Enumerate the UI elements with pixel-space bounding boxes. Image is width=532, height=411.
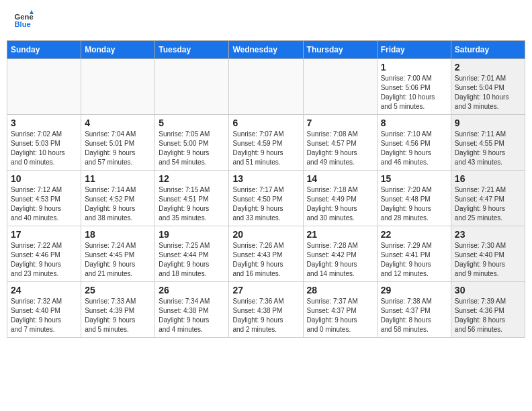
svg-text:Blue: Blue xyxy=(15,20,31,28)
weekday-header-cell: Monday xyxy=(81,41,155,59)
calendar-cell xyxy=(7,59,81,115)
calendar-body: 1Sunrise: 7:00 AM Sunset: 5:06 PM Daylig… xyxy=(7,59,525,338)
day-info: Sunrise: 7:14 AM Sunset: 4:52 PM Dayligh… xyxy=(85,185,151,223)
day-info: Sunrise: 7:10 AM Sunset: 4:56 PM Dayligh… xyxy=(381,130,447,167)
weekday-header-cell: Sunday xyxy=(7,41,81,59)
calendar-cell: 22Sunrise: 7:29 AM Sunset: 4:41 PM Dayli… xyxy=(377,226,451,282)
calendar-cell: 30Sunrise: 7:39 AM Sunset: 4:36 PM Dayli… xyxy=(451,282,525,338)
calendar-cell: 29Sunrise: 7:38 AM Sunset: 4:37 PM Dayli… xyxy=(377,282,451,338)
calendar-cell: 25Sunrise: 7:33 AM Sunset: 4:39 PM Dayli… xyxy=(81,282,155,338)
day-info: Sunrise: 7:21 AM Sunset: 4:47 PM Dayligh… xyxy=(455,185,521,223)
weekday-header-cell: Saturday xyxy=(451,41,525,59)
calendar-cell: 16Sunrise: 7:21 AM Sunset: 4:47 PM Dayli… xyxy=(451,171,525,226)
calendar-cell: 11Sunrise: 7:14 AM Sunset: 4:52 PM Dayli… xyxy=(81,171,155,226)
day-info: Sunrise: 7:39 AM Sunset: 4:36 PM Dayligh… xyxy=(455,297,521,334)
day-number: 30 xyxy=(455,285,521,295)
day-info: Sunrise: 7:07 AM Sunset: 4:59 PM Dayligh… xyxy=(232,130,299,167)
day-number: 9 xyxy=(455,118,521,128)
calendar-week-row: 10Sunrise: 7:12 AM Sunset: 4:53 PM Dayli… xyxy=(7,171,525,226)
day-number: 28 xyxy=(307,285,373,295)
day-number: 24 xyxy=(11,285,77,295)
calendar-cell: 5Sunrise: 7:05 AM Sunset: 5:00 PM Daylig… xyxy=(155,115,229,171)
calendar-table: SundayMondayTuesdayWednesdayThursdayFrid… xyxy=(7,40,525,338)
calendar-cell: 2Sunrise: 7:01 AM Sunset: 5:04 PM Daylig… xyxy=(451,59,525,115)
day-info: Sunrise: 7:02 AM Sunset: 5:03 PM Dayligh… xyxy=(11,130,77,167)
day-number: 17 xyxy=(11,229,77,240)
day-info: Sunrise: 7:22 AM Sunset: 4:46 PM Dayligh… xyxy=(11,241,77,279)
day-number: 2 xyxy=(455,62,521,73)
day-number: 15 xyxy=(381,173,447,184)
day-info: Sunrise: 7:05 AM Sunset: 5:00 PM Dayligh… xyxy=(159,130,225,167)
day-info: Sunrise: 7:34 AM Sunset: 4:38 PM Dayligh… xyxy=(159,297,225,334)
day-info: Sunrise: 7:17 AM Sunset: 4:50 PM Dayligh… xyxy=(232,185,299,223)
day-number: 8 xyxy=(381,118,447,128)
day-info: Sunrise: 7:32 AM Sunset: 4:40 PM Dayligh… xyxy=(11,297,77,334)
weekday-header-cell: Thursday xyxy=(303,41,377,59)
calendar-cell: 4Sunrise: 7:04 AM Sunset: 5:01 PM Daylig… xyxy=(81,115,155,171)
calendar-cell: 21Sunrise: 7:28 AM Sunset: 4:42 PM Dayli… xyxy=(303,226,377,282)
day-info: Sunrise: 7:33 AM Sunset: 4:39 PM Dayligh… xyxy=(85,297,151,334)
calendar-cell: 6Sunrise: 7:07 AM Sunset: 4:59 PM Daylig… xyxy=(229,115,303,171)
day-number: 26 xyxy=(159,285,225,295)
calendar-cell: 13Sunrise: 7:17 AM Sunset: 4:50 PM Dayli… xyxy=(229,171,303,226)
day-info: Sunrise: 7:01 AM Sunset: 5:04 PM Dayligh… xyxy=(455,74,521,111)
day-info: Sunrise: 7:12 AM Sunset: 4:53 PM Dayligh… xyxy=(11,185,77,223)
day-info: Sunrise: 7:29 AM Sunset: 4:41 PM Dayligh… xyxy=(381,241,447,279)
day-number: 1 xyxy=(381,62,447,73)
weekday-header-row: SundayMondayTuesdayWednesdayThursdayFrid… xyxy=(7,41,525,59)
day-info: Sunrise: 7:26 AM Sunset: 4:43 PM Dayligh… xyxy=(232,241,299,279)
calendar-cell: 18Sunrise: 7:24 AM Sunset: 4:45 PM Dayli… xyxy=(81,226,155,282)
day-info: Sunrise: 7:38 AM Sunset: 4:37 PM Dayligh… xyxy=(381,297,447,334)
day-number: 10 xyxy=(11,173,77,184)
logo: General Blue xyxy=(13,10,34,30)
calendar-cell xyxy=(81,59,155,115)
calendar-cell: 17Sunrise: 7:22 AM Sunset: 4:46 PM Dayli… xyxy=(7,226,81,282)
calendar-cell xyxy=(229,59,303,115)
day-number: 22 xyxy=(381,229,447,240)
day-info: Sunrise: 7:11 AM Sunset: 4:55 PM Dayligh… xyxy=(455,130,521,167)
calendar-week-row: 17Sunrise: 7:22 AM Sunset: 4:46 PM Dayli… xyxy=(7,226,525,282)
calendar-cell: 23Sunrise: 7:30 AM Sunset: 4:40 PM Dayli… xyxy=(451,226,525,282)
day-info: Sunrise: 7:25 AM Sunset: 4:44 PM Dayligh… xyxy=(159,241,225,279)
calendar-cell: 24Sunrise: 7:32 AM Sunset: 4:40 PM Dayli… xyxy=(7,282,81,338)
page-header: General Blue xyxy=(7,7,525,34)
day-number: 27 xyxy=(232,285,299,295)
day-number: 16 xyxy=(455,173,521,184)
calendar-cell: 1Sunrise: 7:00 AM Sunset: 5:06 PM Daylig… xyxy=(377,59,451,115)
day-number: 12 xyxy=(159,173,225,184)
day-number: 23 xyxy=(455,229,521,240)
day-number: 13 xyxy=(232,173,299,184)
day-number: 19 xyxy=(159,229,225,240)
day-number: 25 xyxy=(85,285,151,295)
day-info: Sunrise: 7:15 AM Sunset: 4:51 PM Dayligh… xyxy=(159,185,225,223)
day-number: 21 xyxy=(307,229,373,240)
day-number: 6 xyxy=(232,118,299,128)
calendar-week-row: 24Sunrise: 7:32 AM Sunset: 4:40 PM Dayli… xyxy=(7,282,525,338)
day-number: 18 xyxy=(85,229,151,240)
day-info: Sunrise: 7:04 AM Sunset: 5:01 PM Dayligh… xyxy=(85,130,151,167)
day-number: 4 xyxy=(85,118,151,128)
calendar-cell xyxy=(303,59,377,115)
day-number: 11 xyxy=(85,173,151,184)
day-number: 29 xyxy=(381,285,447,295)
weekday-header-cell: Wednesday xyxy=(229,41,303,59)
calendar-cell: 14Sunrise: 7:18 AM Sunset: 4:49 PM Dayli… xyxy=(303,171,377,226)
calendar-week-row: 3Sunrise: 7:02 AM Sunset: 5:03 PM Daylig… xyxy=(7,115,525,171)
day-info: Sunrise: 7:30 AM Sunset: 4:40 PM Dayligh… xyxy=(455,241,521,279)
day-info: Sunrise: 7:00 AM Sunset: 5:06 PM Dayligh… xyxy=(381,74,447,111)
calendar-cell: 10Sunrise: 7:12 AM Sunset: 4:53 PM Dayli… xyxy=(7,171,81,226)
calendar-cell: 8Sunrise: 7:10 AM Sunset: 4:56 PM Daylig… xyxy=(377,115,451,171)
calendar-cell xyxy=(155,59,229,115)
calendar-cell: 12Sunrise: 7:15 AM Sunset: 4:51 PM Dayli… xyxy=(155,171,229,226)
calendar-cell: 27Sunrise: 7:36 AM Sunset: 4:38 PM Dayli… xyxy=(229,282,303,338)
weekday-header-cell: Friday xyxy=(377,41,451,59)
calendar-cell: 3Sunrise: 7:02 AM Sunset: 5:03 PM Daylig… xyxy=(7,115,81,171)
day-info: Sunrise: 7:36 AM Sunset: 4:38 PM Dayligh… xyxy=(232,297,299,334)
day-number: 5 xyxy=(159,118,225,128)
day-info: Sunrise: 7:37 AM Sunset: 4:37 PM Dayligh… xyxy=(307,297,373,334)
calendar-week-row: 1Sunrise: 7:00 AM Sunset: 5:06 PM Daylig… xyxy=(7,59,525,115)
calendar-cell: 9Sunrise: 7:11 AM Sunset: 4:55 PM Daylig… xyxy=(451,115,525,171)
day-info: Sunrise: 7:18 AM Sunset: 4:49 PM Dayligh… xyxy=(307,185,373,223)
calendar-cell: 20Sunrise: 7:26 AM Sunset: 4:43 PM Dayli… xyxy=(229,226,303,282)
day-info: Sunrise: 7:28 AM Sunset: 4:42 PM Dayligh… xyxy=(307,241,373,279)
